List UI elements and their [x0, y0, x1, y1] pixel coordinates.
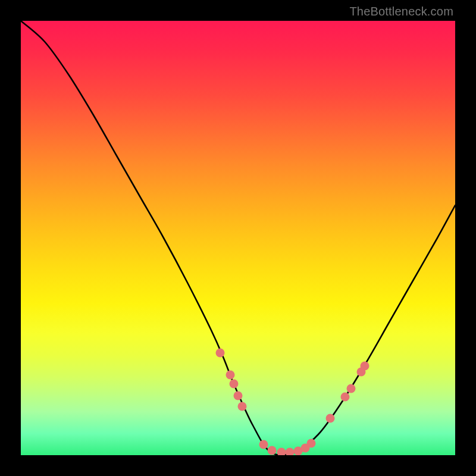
data-point	[307, 439, 316, 448]
data-point	[238, 402, 247, 411]
data-point	[268, 446, 277, 455]
data-point	[286, 448, 295, 456]
curve-line	[21, 21, 455, 455]
data-point	[226, 371, 235, 380]
watermark-text: TheBottleneck.com	[349, 5, 453, 18]
data-markers	[216, 349, 369, 456]
plot-area	[21, 21, 455, 455]
bottleneck-curve	[21, 21, 455, 455]
chart-svg	[21, 21, 455, 455]
data-point	[230, 380, 239, 389]
data-point	[326, 414, 335, 423]
data-point	[341, 393, 350, 402]
data-point	[277, 448, 286, 456]
data-point	[347, 384, 356, 393]
chart-frame: TheBottleneck.com	[0, 0, 476, 476]
data-point	[259, 440, 268, 449]
data-point	[234, 392, 243, 400]
data-point	[361, 362, 369, 371]
data-point	[216, 349, 225, 358]
